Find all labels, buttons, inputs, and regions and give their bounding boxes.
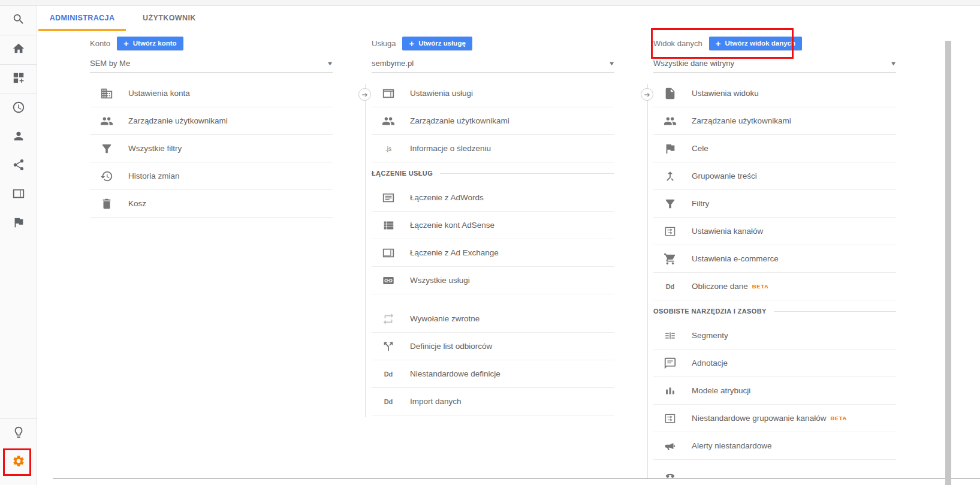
beta-badge: BETA <box>830 415 847 421</box>
menu-item-wywołanie-zwrotne[interactable]: Wywołanie zwrotne <box>372 305 614 333</box>
sidebar-item-conversions-flag[interactable] <box>0 209 37 238</box>
section-header: OSOBISTE NARZĘDZIA I ZASOBY <box>653 300 896 322</box>
column-divider-1 <box>365 84 366 417</box>
megaphone-icon <box>663 439 677 453</box>
conversions-flag-icon <box>12 216 25 231</box>
admin-tabs: ADMINISTRACJA UŻYTKOWNIK <box>38 6 213 29</box>
dd-icon: Dd <box>382 395 395 408</box>
menu-item-label: Obliczone dane <box>692 282 748 291</box>
people-icon <box>99 114 114 128</box>
behavior-window-icon <box>12 187 25 200</box>
menu-item-ustawienia-usługi[interactable]: Ustawienia usługi <box>372 80 614 107</box>
realtime-clock-icon <box>12 101 25 116</box>
us-uga-selector-dropdown[interactable]: sembyme.pl▼ <box>372 59 614 73</box>
menu-item-informacje-o-śledzeniu[interactable]: .jsInformacje o śledzeniu <box>372 135 614 162</box>
create-us-uga-button[interactable]: +Utwórz usługę <box>402 37 472 50</box>
menu-item-alerty-niestandardowe[interactable]: Alerty niestandardowe <box>653 432 896 460</box>
sidebar-item-audience-person[interactable] <box>0 123 37 152</box>
menu-item-modele-atrybucji[interactable]: Modele atrybucji <box>653 377 896 405</box>
sidebar-item-home[interactable] <box>0 35 37 64</box>
sidebar-item-acquisition-share[interactable] <box>0 152 37 180</box>
postback-icon <box>381 312 396 326</box>
bottom-mask <box>38 479 980 485</box>
menu-item-label: Definicje list odbiorców <box>410 342 492 351</box>
beta-badge: BETA <box>752 283 769 290</box>
menu-item-label: Zarządzanie użytkownikami <box>410 116 509 125</box>
section-gap <box>372 294 614 305</box>
split-icon <box>381 339 396 354</box>
sidebar-item-realtime-clock[interactable] <box>0 94 37 123</box>
collapse-column-button[interactable]: ➔ <box>641 88 653 101</box>
js-icon: .js <box>382 142 395 155</box>
menu-item-label: Grupowanie treści <box>692 171 757 180</box>
us-uga-menu-list: Ustawienia usługiZarządzanie użytkownika… <box>372 80 614 415</box>
menu-item-zarządzanie-użytkownikami[interactable]: Zarządzanie użytkownikami <box>653 107 896 135</box>
adwords-icon <box>381 191 396 205</box>
channel-icon <box>664 225 677 238</box>
menu-item-łączenie-kont-adsense[interactable]: Łączenie kont AdSense <box>372 212 614 239</box>
channel-icon <box>663 411 677 426</box>
menu-item-adnotacje[interactable]: Adnotacje <box>653 350 896 377</box>
svg-text:Dd: Dd <box>384 370 393 378</box>
acquisition-share-icon <box>12 158 25 171</box>
sidebar-item-behavior-window[interactable] <box>0 180 37 209</box>
adwords-icon <box>382 191 395 204</box>
menu-item-ustawienia-e-commerce[interactable]: Ustawienia e-commerce <box>653 245 896 273</box>
audience-person-icon <box>12 129 25 143</box>
menu-item-label: Ustawienia kanałów <box>692 227 763 236</box>
create-konto-button[interactable]: +Utwórz konto <box>117 37 183 50</box>
menu-item-cele[interactable]: Cele <box>653 135 896 162</box>
column-widok-danych: Widok danych+Utwórz widok danychWszystki… <box>653 36 896 485</box>
menu-item-niestandardowe-grupowanie-kanałów[interactable]: Niestandardowe grupowanie kanałówBETA <box>653 405 896 432</box>
menu-item-łączenie-z-ad-exchange[interactable]: Łączenie z Ad Exchange <box>372 239 614 267</box>
sidebar-item-customization[interactable] <box>0 65 37 94</box>
menu-item-segmenty[interactable]: Segmenty <box>653 322 896 350</box>
merge-icon <box>663 169 677 183</box>
annotation-box-gear <box>3 448 31 476</box>
menu-item-obliczone-dane[interactable]: DdObliczone daneBETA <box>653 273 896 300</box>
menu-item-import-danych[interactable]: DdImport danych <box>372 388 614 415</box>
menu-item-label: Łączenie kont AdSense <box>410 221 494 230</box>
tab-administracja[interactable]: ADMINISTRACJA <box>38 6 126 29</box>
menu-item-label: Kosz <box>128 199 146 208</box>
column-konto: Konto+Utwórz kontoSEM by Me▼Ustawienia k… <box>90 36 333 218</box>
adexchange-icon <box>382 246 395 260</box>
menu-item-filtry[interactable]: Filtry <box>653 190 896 218</box>
menu-item-grupowanie-treści[interactable]: Grupowanie treści <box>653 162 896 190</box>
sidebar-item-discover-lightbulb[interactable] <box>0 419 37 448</box>
annotation-icon <box>664 357 677 370</box>
annotation-box-create-view <box>651 28 794 59</box>
filter-icon <box>664 197 677 210</box>
vertical-scrollbar-thumb[interactable] <box>945 41 951 485</box>
konto-selector-dropdown[interactable]: SEM by Me▼ <box>90 59 333 73</box>
widok-danych-selector-dropdown[interactable]: Wszystkie dane witryny▼ <box>653 59 896 73</box>
column-us-uga: Usługa+Utwórz usługęsembyme.pl▼Ustawieni… <box>372 36 614 415</box>
history-icon <box>99 169 114 183</box>
people-icon <box>381 114 396 128</box>
history-icon <box>100 170 113 183</box>
menu-item-zarządzanie-użytkownikami[interactable]: Zarządzanie użytkownikami <box>90 107 333 135</box>
menu-item-wszystkie-usługi[interactable]: Wszystkie usługi <box>372 267 614 294</box>
entity-label: Konto <box>90 39 110 48</box>
section-header-rule <box>440 173 614 174</box>
collapse-column-button[interactable]: ➔ <box>358 88 371 101</box>
menu-item-label: Alerty niestandardowe <box>692 441 772 450</box>
menu-item-ustawienia-widoku[interactable]: Ustawienia widoku <box>653 80 896 107</box>
segments-icon <box>664 329 677 342</box>
menu-item-historia-zmian[interactable]: Historia zmian <box>90 162 333 190</box>
plus-icon: + <box>409 39 414 48</box>
selected-value: sembyme.pl <box>372 59 414 68</box>
menu-item-ustawienia-konta[interactable]: Ustawienia konta <box>90 80 333 107</box>
menu-item-definicje-list-odbiorców[interactable]: Definicje list odbiorców <box>372 333 614 360</box>
tab-uzytkownik[interactable]: UŻYTKOWNIK <box>126 6 213 29</box>
js-icon: .js <box>381 141 396 156</box>
adsense-icon <box>381 218 396 233</box>
menu-item-niestandardowe-definicje[interactable]: DdNiestandardowe definicje <box>372 360 614 388</box>
menu-item-kosz[interactable]: Kosz <box>90 190 333 218</box>
menu-item-wszystkie-filtry[interactable]: Wszystkie filtry <box>90 135 333 162</box>
sidebar-item-search[interactable] <box>0 6 37 35</box>
menu-item-ustawienia-kanałów[interactable]: Ustawienia kanałów <box>653 218 896 245</box>
chevron-down-icon: ▼ <box>890 61 897 67</box>
menu-item-zarządzanie-użytkownikami[interactable]: Zarządzanie użytkownikami <box>372 107 614 135</box>
menu-item-łączenie-z-adwords[interactable]: Łączenie z AdWords <box>372 184 614 212</box>
